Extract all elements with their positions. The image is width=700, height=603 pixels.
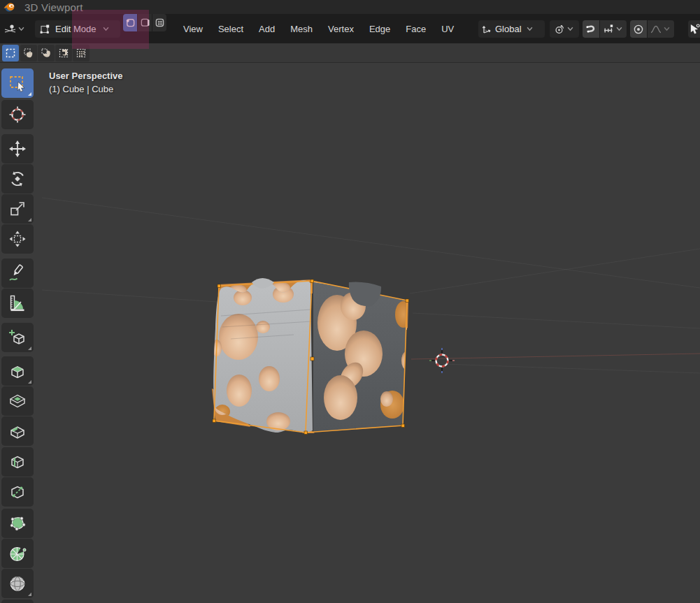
cursor-tool-icon	[8, 105, 27, 124]
subtool-indicator	[28, 380, 31, 384]
edge-select-button[interactable]	[138, 14, 152, 31]
menu-mesh[interactable]: Mesh	[283, 24, 320, 34]
tool-spin[interactable]	[1, 539, 34, 568]
tool-inset-faces[interactable]	[1, 386, 34, 416]
select-mode-invert-button[interactable]	[55, 45, 72, 61]
tool-move[interactable]	[1, 134, 34, 164]
rotate-icon	[8, 169, 27, 189]
proportional-editing-group	[630, 20, 674, 38]
viewport-region[interactable]	[0, 63, 700, 603]
select-invert-icon	[58, 48, 69, 59]
chevron-down-icon	[616, 27, 622, 31]
tool-extrude-region[interactable]	[1, 356, 34, 386]
proportional-editing-icon	[633, 24, 644, 35]
tool-annotate[interactable]	[1, 259, 34, 288]
edit-mode-icon	[39, 24, 50, 35]
chevron-down-icon	[567, 27, 573, 31]
viewport-overlay-text: User Perspective (1) Cube | Cube	[49, 71, 123, 94]
extrude-region-icon	[8, 361, 27, 381]
show-gizmo-button[interactable]	[688, 20, 700, 38]
snap-toggle-button[interactable]	[583, 20, 599, 38]
mode-dropdown[interactable]: Edit Mode	[35, 20, 120, 38]
face-select-button[interactable]	[152, 14, 166, 31]
tool-poly-build[interactable]	[1, 509, 34, 538]
tool-transform[interactable]	[1, 224, 34, 254]
tool-scale[interactable]	[1, 194, 34, 224]
orientation-global-icon	[481, 24, 492, 35]
menu-select[interactable]: Select	[210, 24, 251, 34]
measure-icon	[8, 293, 27, 313]
menu-uv[interactable]: UV	[434, 24, 462, 34]
chevron-down-icon	[103, 27, 109, 31]
menu-add[interactable]: Add	[251, 24, 283, 34]
tool-measure[interactable]	[1, 289, 34, 318]
mode-label: Edit Mode	[55, 24, 97, 34]
menu-view[interactable]: View	[176, 24, 210, 34]
chevron-down-icon	[664, 27, 670, 31]
select-mode-group	[123, 14, 166, 31]
knife-icon	[8, 482, 27, 502]
inset-faces-icon	[8, 391, 27, 411]
tool-smooth[interactable]	[1, 569, 34, 598]
tool-cursor[interactable]	[1, 100, 34, 129]
subtool-indicator	[28, 218, 31, 221]
editor-type-selector[interactable]	[3, 20, 28, 38]
viewport-header: Edit Mode	[0, 14, 700, 43]
tool-bevel[interactable]	[1, 416, 34, 446]
orientation-label: Global	[495, 24, 522, 34]
select-subtract-icon	[41, 48, 52, 59]
transform-orientation-dropdown[interactable]: Global	[478, 20, 545, 38]
transform-icon	[8, 229, 27, 249]
tool-add-cube[interactable]	[1, 323, 34, 352]
editor-3d-viewport-icon	[4, 24, 16, 34]
subtool-indicator	[28, 92, 31, 96]
snap-increment-icon	[603, 24, 614, 35]
falloff-curve-icon	[650, 24, 662, 35]
annotate-icon	[8, 263, 27, 283]
face-select-icon	[155, 17, 165, 28]
poly-build-icon	[8, 514, 27, 533]
select-set-icon	[5, 48, 16, 59]
smooth-icon	[8, 574, 27, 593]
active-object-label: (1) Cube | Cube	[49, 84, 123, 94]
show-gizmo-icon	[690, 23, 700, 36]
pivot-point-icon	[554, 24, 565, 35]
bevel-icon	[8, 421, 27, 441]
menu-edge[interactable]: Edge	[362, 24, 398, 34]
add-cube-icon	[8, 328, 27, 347]
select-intersect-icon	[76, 48, 87, 59]
tool-rotate[interactable]	[1, 164, 34, 194]
select-box-icon	[8, 73, 27, 93]
tool-edge-slide[interactable]	[1, 600, 34, 603]
select-mode-set-button[interactable]	[2, 45, 19, 61]
tool-loop-cut[interactable]	[1, 447, 34, 477]
pivot-point-dropdown[interactable]	[550, 20, 579, 38]
tool-select-box[interactable]	[1, 68, 34, 98]
move-icon	[8, 139, 27, 159]
window-titlebar: 3D Viewport	[0, 0, 700, 14]
subtool-indicator	[28, 593, 31, 596]
spin-icon	[8, 544, 27, 563]
select-mode-subtract-button[interactable]	[38, 45, 55, 61]
select-extend-icon	[23, 48, 34, 59]
proportional-editing-toggle[interactable]	[630, 20, 647, 38]
loop-cut-icon	[8, 452, 27, 472]
magnet-icon	[585, 23, 597, 35]
view-name-label: User Perspective	[49, 71, 123, 81]
menu-face[interactable]: Face	[398, 24, 434, 34]
proportional-falloff-dropdown[interactable]	[648, 20, 674, 38]
menubar: View Select Add Mesh Vertex Edge Face UV	[176, 20, 462, 38]
tool-knife[interactable]	[1, 477, 34, 507]
select-mode-extend-button[interactable]	[20, 45, 37, 61]
vertex-select-icon	[125, 17, 136, 28]
scale-icon	[8, 199, 27, 219]
chevron-down-icon	[18, 27, 24, 31]
snap-target-dropdown[interactable]	[600, 20, 627, 38]
select-mode-intersect-button[interactable]	[73, 45, 90, 61]
chevron-down-icon	[527, 27, 533, 31]
blender-logo-icon	[3, 2, 17, 13]
edge-select-icon	[140, 17, 150, 28]
menu-vertex[interactable]: Vertex	[320, 24, 362, 34]
tool-settings-bar	[0, 43, 700, 63]
vertex-select-button[interactable]	[123, 14, 137, 31]
